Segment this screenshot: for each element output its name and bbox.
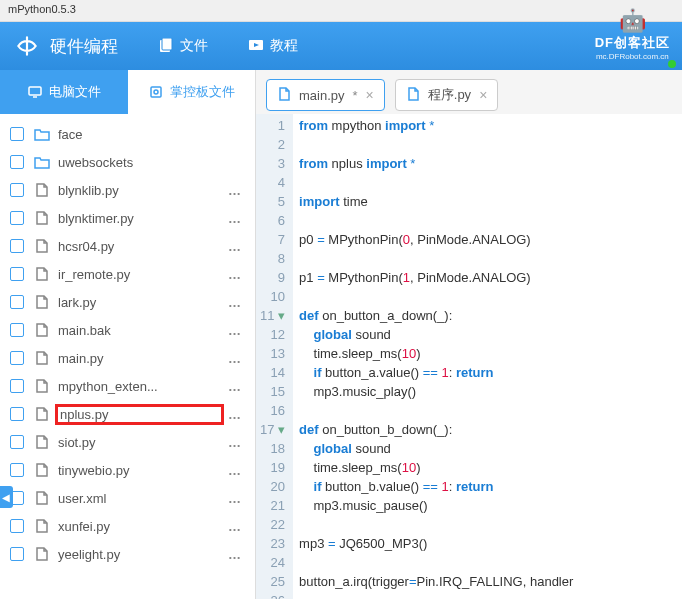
line-number[interactable]: 21: [260, 496, 285, 515]
code-line[interactable]: p0 = MPythonPin(0, PinMode.ANALOG): [299, 230, 676, 249]
tree-checkbox[interactable]: [10, 435, 24, 449]
line-number[interactable]: 13: [260, 344, 285, 363]
tree-row-blynklib-py[interactable]: blynklib.py…: [0, 176, 255, 204]
fold-icon[interactable]: ▾: [278, 422, 285, 437]
code-line[interactable]: button_a.irq(trigger=Pin.IRQ_FALLING, ha…: [299, 572, 676, 591]
tree-more-icon[interactable]: …: [224, 239, 245, 254]
line-number[interactable]: 8: [260, 249, 285, 268]
line-number[interactable]: 9: [260, 268, 285, 287]
line-number[interactable]: 15: [260, 382, 285, 401]
code-editor[interactable]: 1 2 3 4 5 6 7 8 9 10 11 ▾12 13 14 15 16 …: [256, 114, 682, 599]
tree-row-tinywebio-py[interactable]: tinywebio.py…: [0, 456, 255, 484]
line-number[interactable]: 14: [260, 363, 285, 382]
tree-checkbox[interactable]: [10, 183, 24, 197]
code-line[interactable]: time.sleep_ms(10): [299, 458, 676, 477]
code-line[interactable]: from nplus import *: [299, 154, 676, 173]
line-number[interactable]: 11 ▾: [260, 306, 285, 325]
line-number[interactable]: 7: [260, 230, 285, 249]
line-number[interactable]: 18: [260, 439, 285, 458]
tree-row-uwebsockets[interactable]: uwebsockets: [0, 148, 255, 176]
tree-row-main-bak[interactable]: main.bak…: [0, 316, 255, 344]
tree-row-mpython_exten-[interactable]: mpython_exten...…: [0, 372, 255, 400]
menu-file[interactable]: 文件: [158, 37, 208, 55]
code-line[interactable]: [299, 135, 676, 154]
tree-row-hcsr04-py[interactable]: hcsr04.py…: [0, 232, 255, 260]
line-number[interactable]: 24: [260, 553, 285, 572]
code-line[interactable]: import time: [299, 192, 676, 211]
tree-checkbox[interactable]: [10, 519, 24, 533]
tree-checkbox[interactable]: [10, 351, 24, 365]
code-line[interactable]: p1 = MPythonPin(1, PinMode.ANALOG): [299, 268, 676, 287]
code-line[interactable]: from mpython import *: [299, 116, 676, 135]
tree-more-icon[interactable]: …: [224, 379, 245, 394]
tree-checkbox[interactable]: [10, 295, 24, 309]
sidebar-collapse-handle[interactable]: ◀: [0, 486, 13, 508]
tree-more-icon[interactable]: …: [224, 211, 245, 226]
line-gutter[interactable]: 1 2 3 4 5 6 7 8 9 10 11 ▾12 13 14 15 16 …: [256, 114, 293, 599]
line-number[interactable]: 23: [260, 534, 285, 553]
editor-tab-main-py[interactable]: main.py*×: [266, 79, 385, 111]
code-line[interactable]: time.sleep_ms(10): [299, 344, 676, 363]
code-line[interactable]: [299, 591, 676, 599]
tree-more-icon[interactable]: …: [224, 267, 245, 282]
code-line[interactable]: global sound: [299, 439, 676, 458]
line-number[interactable]: 17 ▾: [260, 420, 285, 439]
code-line[interactable]: [299, 211, 676, 230]
code-line[interactable]: [299, 401, 676, 420]
line-number[interactable]: 1: [260, 116, 285, 135]
tree-row-lark-py[interactable]: lark.py…: [0, 288, 255, 316]
dfrobot-badge[interactable]: 🤖 DF创客社区 mc.DFRobot.com.cn: [595, 8, 670, 61]
tree-more-icon[interactable]: …: [224, 183, 245, 198]
code-line[interactable]: [299, 553, 676, 572]
tree-checkbox[interactable]: [10, 323, 24, 337]
close-icon[interactable]: ×: [366, 87, 374, 103]
tree-more-icon[interactable]: …: [224, 547, 245, 562]
close-icon[interactable]: ×: [479, 87, 487, 103]
line-number[interactable]: 26: [260, 591, 285, 599]
code-line[interactable]: global sound: [299, 325, 676, 344]
menu-tutorial[interactable]: 教程: [248, 37, 298, 55]
tree-more-icon[interactable]: …: [224, 407, 245, 422]
tree-checkbox[interactable]: [10, 379, 24, 393]
fold-icon[interactable]: ▾: [278, 308, 285, 323]
code-line[interactable]: def on_button_b_down(_):: [299, 420, 676, 439]
code-line[interactable]: [299, 249, 676, 268]
code-line[interactable]: [299, 173, 676, 192]
editor-tab--py[interactable]: 程序.py×: [395, 79, 499, 111]
tree-more-icon[interactable]: …: [224, 323, 245, 338]
tree-checkbox[interactable]: [10, 407, 24, 421]
tree-more-icon[interactable]: …: [224, 519, 245, 534]
line-number[interactable]: 4: [260, 173, 285, 192]
code-line[interactable]: mp3 = JQ6500_MP3(): [299, 534, 676, 553]
line-number[interactable]: 10: [260, 287, 285, 306]
code-line[interactable]: [299, 515, 676, 534]
tree-more-icon[interactable]: …: [224, 491, 245, 506]
tree-checkbox[interactable]: [10, 547, 24, 561]
line-number[interactable]: 5: [260, 192, 285, 211]
tree-row-main-py[interactable]: main.py…: [0, 344, 255, 372]
tab-computer-files[interactable]: 电脑文件: [0, 70, 128, 114]
tab-board-files[interactable]: 掌控板文件: [128, 70, 256, 114]
tree-checkbox[interactable]: [10, 239, 24, 253]
line-number[interactable]: 12: [260, 325, 285, 344]
code-line[interactable]: mp3.music_play(): [299, 382, 676, 401]
tree-more-icon[interactable]: …: [224, 351, 245, 366]
line-number[interactable]: 20: [260, 477, 285, 496]
code-line[interactable]: mp3.music_pause(): [299, 496, 676, 515]
line-number[interactable]: 6: [260, 211, 285, 230]
code-line[interactable]: def on_button_a_down(_):: [299, 306, 676, 325]
tree-row-blynktimer-py[interactable]: blynktimer.py…: [0, 204, 255, 232]
tree-checkbox[interactable]: [10, 127, 24, 141]
line-number[interactable]: 3: [260, 154, 285, 173]
tree-row-user-xml[interactable]: user.xml…: [0, 484, 255, 512]
code-line[interactable]: if button_b.value() == 1: return: [299, 477, 676, 496]
tree-row-yeelight-py[interactable]: yeelight.py…: [0, 540, 255, 568]
tree-row-xunfei-py[interactable]: xunfei.py…: [0, 512, 255, 540]
code-line[interactable]: if button_a.value() == 1: return: [299, 363, 676, 382]
tree-checkbox[interactable]: [10, 211, 24, 225]
line-number[interactable]: 2: [260, 135, 285, 154]
tree-checkbox[interactable]: [10, 463, 24, 477]
tree-row-ir_remote-py[interactable]: ir_remote.py…: [0, 260, 255, 288]
code-line[interactable]: [299, 287, 676, 306]
tree-row-face[interactable]: face: [0, 120, 255, 148]
